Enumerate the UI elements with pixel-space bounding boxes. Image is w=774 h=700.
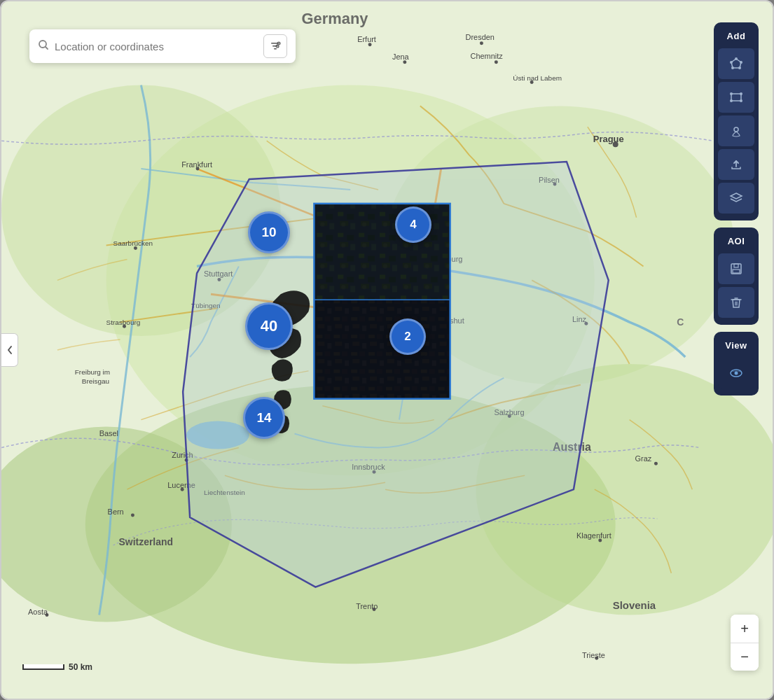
cluster-c4[interactable]: 4 bbox=[395, 206, 431, 243]
svg-point-104 bbox=[734, 127, 738, 132]
svg-text:Aosta: Aosta bbox=[28, 608, 48, 616]
svg-point-95 bbox=[740, 61, 742, 64]
svg-point-109 bbox=[735, 372, 738, 375]
svg-rect-89 bbox=[272, 46, 278, 47]
map-background: Germany bbox=[1, 1, 773, 699]
scale-label: 50 km bbox=[69, 662, 92, 672]
right-panel: Add bbox=[714, 22, 759, 396]
svg-point-101 bbox=[740, 92, 742, 95]
cluster-c2[interactable]: 2 bbox=[389, 318, 426, 355]
svg-rect-107 bbox=[733, 270, 740, 273]
svg-point-98 bbox=[730, 61, 733, 64]
aoi-label: AOI bbox=[722, 233, 751, 252]
svg-text:Klagenfurt: Klagenfurt bbox=[576, 531, 611, 540]
svg-point-94 bbox=[735, 57, 738, 60]
svg-text:Ústi nad Labem: Ústi nad Labem bbox=[513, 74, 562, 82]
map-layers-button[interactable] bbox=[718, 183, 754, 214]
cluster-c40[interactable]: 40 bbox=[245, 302, 293, 350]
polygon-draw-button[interactable] bbox=[718, 48, 754, 79]
svg-point-30 bbox=[654, 462, 658, 465]
svg-point-100 bbox=[730, 92, 733, 95]
search-bar bbox=[29, 29, 296, 63]
svg-point-97 bbox=[731, 66, 734, 69]
svg-point-96 bbox=[738, 66, 741, 69]
svg-point-28 bbox=[131, 514, 134, 517]
add-label: Add bbox=[721, 28, 752, 47]
search-input[interactable] bbox=[55, 41, 258, 52]
map-container: Germany bbox=[0, 0, 774, 700]
cluster-c10[interactable]: 10 bbox=[248, 211, 290, 253]
svg-point-11 bbox=[480, 41, 483, 45]
svg-text:Jena: Jena bbox=[392, 52, 410, 61]
aoi-group: AOI bbox=[714, 227, 759, 325]
svg-text:Saarbrücken: Saarbrücken bbox=[113, 239, 153, 247]
svg-point-103 bbox=[730, 99, 733, 102]
svg-text:Trento: Trento bbox=[356, 603, 378, 611]
upload-button[interactable] bbox=[718, 149, 754, 180]
svg-text:Frankfurt: Frankfurt bbox=[181, 160, 212, 169]
svg-text:Chemnitz: Chemnitz bbox=[471, 52, 504, 60]
svg-point-12 bbox=[495, 60, 498, 64]
svg-text:Freiburg im: Freiburg im bbox=[75, 368, 110, 376]
svg-text:Switzerland: Switzerland bbox=[119, 536, 173, 547]
svg-text:Dresden: Dresden bbox=[466, 33, 495, 41]
svg-text:Erfurt: Erfurt bbox=[357, 35, 376, 43]
svg-point-18 bbox=[134, 246, 137, 250]
view-label: View bbox=[719, 337, 752, 356]
svg-point-10 bbox=[403, 60, 406, 64]
view-group: View bbox=[714, 332, 759, 396]
scale-bar: 50 km bbox=[22, 662, 92, 672]
zoom-controls: + − bbox=[731, 615, 759, 671]
zoom-out-button[interactable]: − bbox=[731, 643, 759, 671]
svg-text:Strasbourg: Strasbourg bbox=[106, 318, 141, 326]
svg-text:Breisgau: Breisgau bbox=[82, 377, 109, 385]
rectangle-draw-button[interactable] bbox=[718, 82, 754, 113]
pin-button[interactable] bbox=[718, 115, 754, 146]
svg-rect-88 bbox=[271, 43, 279, 44]
svg-text:Graz: Graz bbox=[635, 454, 652, 463]
svg-text:Basel: Basel bbox=[99, 430, 118, 438]
svg-text:Slovenia: Slovenia bbox=[613, 600, 656, 612]
view-toggle-button[interactable] bbox=[718, 358, 754, 388]
svg-text:C: C bbox=[677, 316, 684, 328]
svg-text:Prague: Prague bbox=[593, 134, 624, 144]
svg-text:Trieste: Trieste bbox=[582, 651, 605, 659]
add-group: Add bbox=[714, 22, 759, 220]
svg-rect-90 bbox=[274, 48, 277, 50]
collapse-button[interactable] bbox=[1, 333, 18, 367]
svg-text:Germany: Germany bbox=[301, 10, 368, 27]
save-aoi-button[interactable] bbox=[718, 253, 754, 284]
scale-bar-visual bbox=[22, 664, 64, 670]
delete-aoi-button[interactable] bbox=[718, 287, 754, 318]
search-icon bbox=[38, 39, 49, 53]
zoom-in-button[interactable]: + bbox=[731, 615, 759, 643]
svg-point-102 bbox=[740, 99, 742, 102]
svg-text:Bern: Bern bbox=[108, 507, 124, 516]
svg-rect-99 bbox=[731, 94, 741, 101]
svg-point-9 bbox=[368, 43, 372, 46]
cluster-c14[interactable]: 14 bbox=[243, 397, 285, 439]
filter-button[interactable] bbox=[263, 34, 287, 58]
svg-rect-72 bbox=[314, 300, 450, 398]
